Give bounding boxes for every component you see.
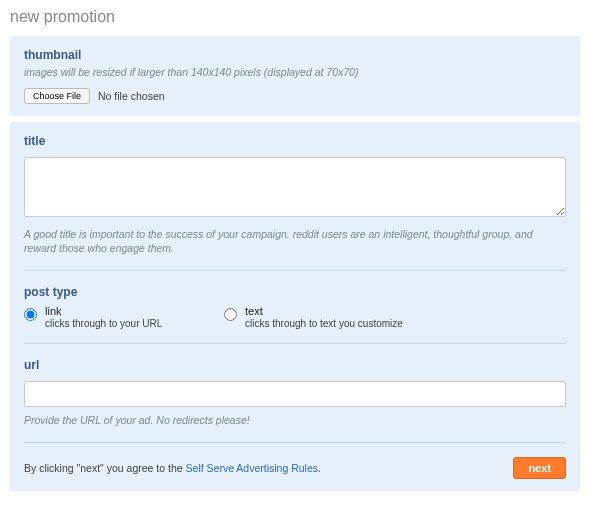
form-section: title A good title is important to the s… (10, 122, 580, 491)
next-button[interactable]: next (513, 457, 566, 479)
file-status: No file chosen (98, 90, 165, 102)
url-input[interactable] (24, 381, 566, 407)
divider (24, 270, 566, 271)
title-heading: title (24, 134, 566, 148)
title-hint: A good title is important to the success… (24, 227, 566, 256)
divider (24, 442, 566, 443)
agree-text: By clicking "next" you agree to the Self… (24, 462, 321, 474)
thumbnail-section: thumbnail images will be resized if larg… (10, 36, 580, 116)
post-type-radio-link[interactable] (24, 308, 37, 321)
page-title: new promotion (0, 0, 590, 36)
agree-suffix: . (318, 462, 321, 474)
choose-file-button[interactable]: Choose File (24, 88, 90, 104)
post-type-radio-text[interactable] (224, 308, 237, 321)
post-type-option-link[interactable]: link clicks through to your URL (24, 305, 224, 329)
agree-prefix: By clicking "next" you agree to the (24, 462, 186, 474)
title-input[interactable] (24, 157, 566, 217)
post-type-heading: post type (24, 285, 566, 299)
thumbnail-hint: images will be resized if larger than 14… (24, 65, 566, 80)
url-hint: Provide the URL of your ad. No redirects… (24, 413, 566, 428)
rules-link[interactable]: Self Serve Advertising Rules (186, 462, 318, 474)
radio-sub: clicks through to text you customize (245, 318, 403, 329)
post-type-option-text[interactable]: text clicks through to text you customiz… (224, 305, 424, 329)
radio-sub: clicks through to your URL (45, 318, 162, 329)
divider (24, 343, 566, 344)
radio-label: link (45, 305, 62, 317)
radio-label: text (245, 305, 263, 317)
thumbnail-heading: thumbnail (24, 48, 566, 62)
url-heading: url (24, 358, 566, 372)
